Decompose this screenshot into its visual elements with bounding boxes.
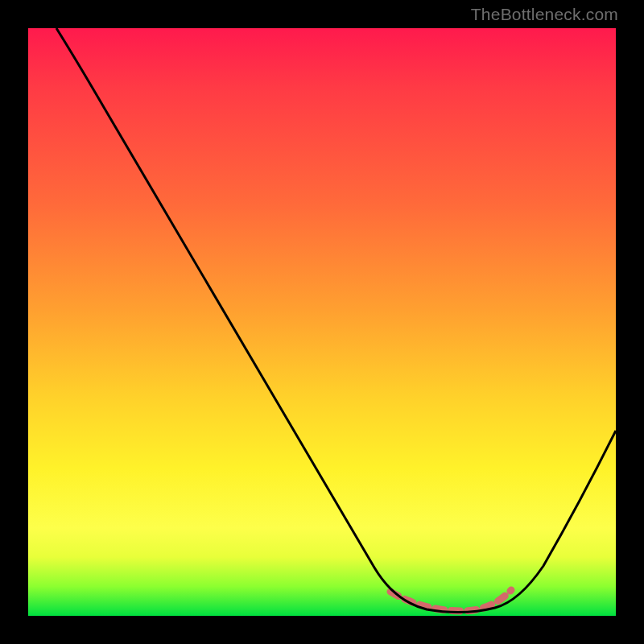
chart-frame: TheBottleneck.com	[0, 0, 644, 644]
plot-area	[28, 28, 616, 616]
curve-layer	[28, 28, 616, 616]
watermark-text: TheBottleneck.com	[471, 5, 618, 24]
bottleneck-curve	[56, 28, 616, 613]
